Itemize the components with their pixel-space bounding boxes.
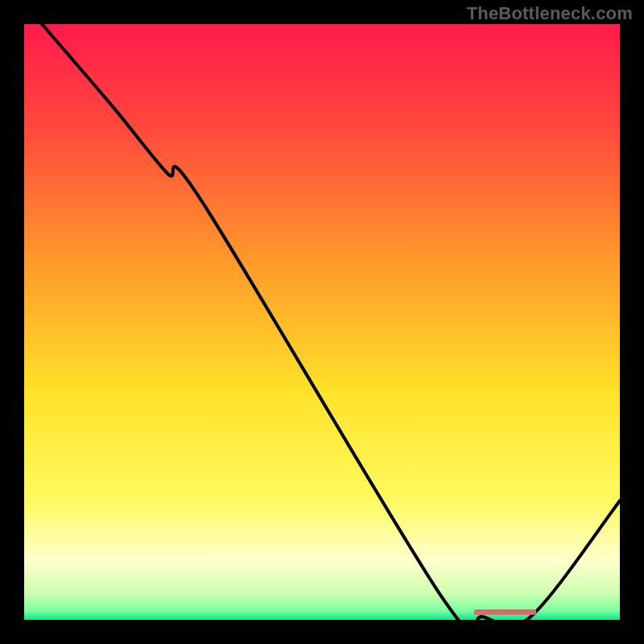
- plot-area: [24, 24, 620, 620]
- curve-layer: [24, 24, 620, 620]
- optimum-marker: [474, 609, 537, 615]
- bottleneck-curve: [42, 24, 620, 620]
- chart-stage: TheBottleneck.com: [0, 0, 644, 644]
- watermark-text: TheBottleneck.com: [467, 3, 633, 24]
